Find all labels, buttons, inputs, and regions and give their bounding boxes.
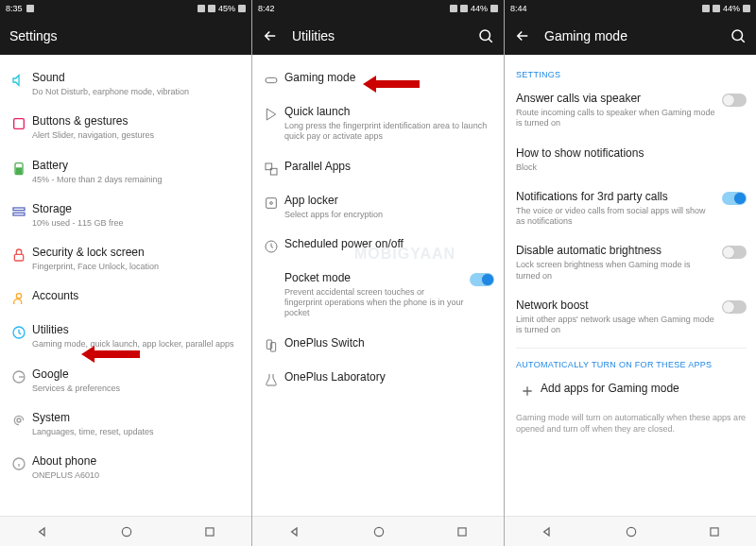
appbar: Settings: [0, 17, 251, 55]
alarm-icon: [198, 5, 205, 12]
item-sub: Limit other apps' network usage when Gam…: [516, 315, 716, 336]
quick-icon: [258, 105, 284, 122]
panel-utilities: 8:42 44% Utilities Gaming mode Quick lau…: [252, 0, 504, 546]
item-add-apps[interactable]: Add apps for Gaming mode: [505, 373, 756, 407]
toggle-pocket-mode[interactable]: [470, 273, 494, 286]
item-sub: Languages, time, reset, updates: [32, 427, 236, 437]
item-label: Google: [32, 367, 236, 382]
svg-rect-3: [13, 208, 25, 211]
item-battery[interactable]: Battery45% - More than 2 days remaining: [0, 150, 251, 194]
item-parallel-apps[interactable]: Parallel Apps: [252, 151, 504, 185]
item-label: Answer calls via speaker: [516, 92, 716, 106]
svg-rect-14: [266, 77, 277, 82]
svg-rect-21: [270, 342, 275, 350]
svg-rect-5: [14, 254, 23, 261]
svg-point-13: [480, 30, 490, 41]
nav-recent-icon[interactable]: [455, 525, 469, 538]
item-label: OnePlus Switch: [284, 336, 489, 350]
statusbar: 8:44 44%: [505, 0, 756, 17]
item-3rd-party-calls[interactable]: Notifications for 3rd party callsThe voi…: [505, 181, 756, 236]
appbar-title: Settings: [9, 28, 242, 43]
navbar: [252, 516, 504, 546]
item-system[interactable]: SystemLanguages, time, reset, updates: [0, 402, 251, 446]
nav-back-icon[interactable]: [35, 524, 50, 539]
toggle-disable-brightness[interactable]: [722, 246, 747, 259]
item-buttons[interactable]: Buttons & gesturesAlert Slider, navigati…: [0, 106, 251, 149]
search-icon[interactable]: [477, 27, 494, 44]
tutorial-arrow-icon: [363, 76, 420, 93]
status-time: 8:44: [510, 4, 527, 13]
parallel-icon: [258, 160, 284, 177]
item-sub: Do Not Disturb, earphone mode, vibration: [32, 87, 236, 97]
item-label: Pocket mode: [284, 271, 464, 285]
nav-recent-icon[interactable]: [708, 525, 721, 538]
item-label: Buttons & gestures: [32, 114, 236, 128]
signal-icon: [460, 5, 468, 12]
item-disable-brightness[interactable]: Disable automatic brightnessLock screen …: [505, 235, 756, 290]
buttons-icon: [6, 114, 32, 131]
item-scheduled-power[interactable]: Scheduled power on/off: [252, 229, 504, 263]
nav-back-icon[interactable]: [540, 524, 555, 539]
item-label: Notifications for 3rd party calls: [516, 190, 716, 204]
battery-icon: [6, 159, 32, 176]
item-storage[interactable]: Storage10% used - 115 GB free: [0, 194, 251, 237]
google-icon: [6, 367, 32, 384]
system-icon: [6, 411, 32, 428]
toggle-network-boost[interactable]: [722, 300, 747, 314]
pocket-icon: [258, 271, 284, 273]
nav-back-icon[interactable]: [287, 524, 302, 539]
item-google[interactable]: GoogleServices & preferences: [0, 359, 251, 402]
item-label: System: [32, 411, 236, 425]
item-sub: Alert Slider, navigation, gestures: [32, 130, 236, 141]
svg-point-25: [627, 527, 635, 536]
app-indicator-icon: [26, 5, 34, 12]
signal-icon: [713, 5, 720, 12]
item-answer-speaker[interactable]: Answer calls via speakerRoute incoming c…: [505, 83, 756, 138]
item-sub: Route incoming calls to speaker when Gam…: [516, 108, 716, 129]
svg-rect-26: [711, 527, 718, 535]
item-label: About phone: [32, 454, 236, 469]
nav-home-icon[interactable]: [120, 525, 133, 538]
svg-point-18: [270, 201, 273, 204]
item-security[interactable]: Security & lock screenFingerprint, Face …: [0, 237, 251, 281]
battery-icon: [238, 5, 246, 12]
nav-recent-icon[interactable]: [203, 525, 216, 538]
item-sub: ONEPLUS A6010: [32, 470, 236, 481]
item-sound[interactable]: SoundDo Not Disturb, earphone mode, vibr…: [0, 62, 251, 106]
lock-icon: [6, 246, 32, 263]
status-battery: 45%: [218, 4, 235, 13]
svg-rect-12: [206, 527, 214, 535]
back-icon[interactable]: [262, 27, 279, 44]
item-sub: Block: [516, 162, 741, 173]
item-sub: 10% used - 115 GB free: [32, 218, 236, 229]
search-icon[interactable]: [730, 27, 747, 44]
item-label: Scheduled power on/off: [284, 237, 489, 251]
item-accounts[interactable]: Accounts: [0, 281, 251, 315]
tutorial-arrow-icon: [81, 346, 140, 363]
item-label: Parallel Apps: [284, 160, 489, 174]
item-oneplus-switch[interactable]: OnePlus Switch: [252, 328, 504, 362]
svg-rect-0: [14, 119, 25, 129]
sound-icon: [6, 71, 32, 88]
nav-home-icon[interactable]: [372, 525, 386, 538]
item-about[interactable]: About phoneONEPLUS A6010: [0, 446, 251, 489]
settings-list: SoundDo Not Disturb, earphone mode, vibr…: [0, 55, 251, 516]
svg-rect-23: [458, 527, 466, 535]
item-label: Battery: [32, 159, 236, 173]
accounts-icon: [6, 289, 32, 306]
item-app-locker[interactable]: App lockerSelect apps for encryption: [252, 185, 504, 229]
toggle-3rd-party-calls[interactable]: [722, 192, 747, 205]
item-quick-launch[interactable]: Quick launchLong press the fingerprint i…: [252, 96, 504, 151]
alarm-icon: [450, 5, 457, 12]
appbar-title: Gaming mode: [544, 28, 730, 43]
back-icon[interactable]: [514, 27, 531, 44]
navbar: [0, 516, 251, 546]
lab-icon: [258, 370, 284, 387]
item-show-notifications[interactable]: How to show notificationsBlock: [505, 138, 756, 181]
item-pocket-mode[interactable]: Pocket modePrevent accidental screen tou…: [252, 263, 504, 328]
toggle-answer-speaker[interactable]: [722, 94, 747, 107]
item-oneplus-lab[interactable]: OnePlus Laboratory: [252, 362, 504, 396]
item-network-boost[interactable]: Network boostLimit other apps' network u…: [505, 290, 756, 345]
status-battery: 44%: [723, 4, 740, 13]
nav-home-icon[interactable]: [625, 525, 638, 538]
